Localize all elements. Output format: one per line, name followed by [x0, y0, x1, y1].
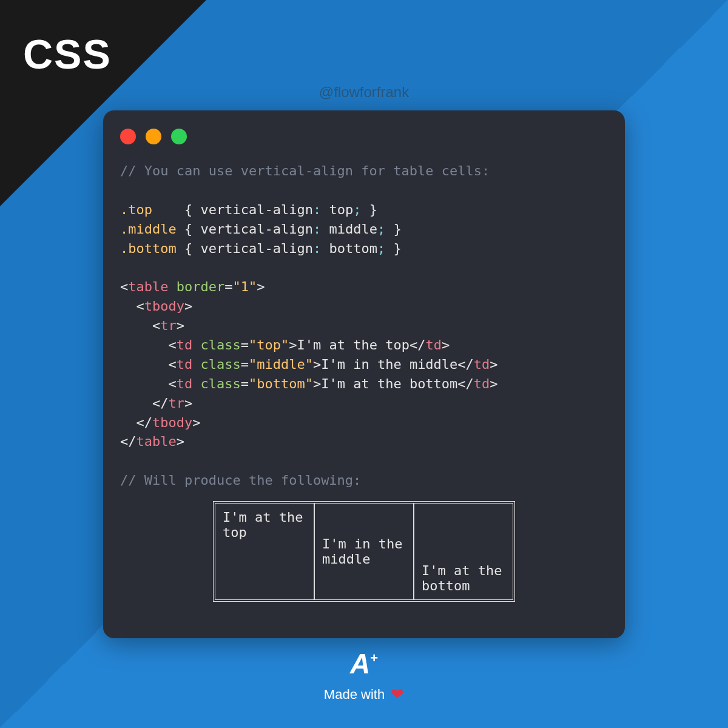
- html-tag: td: [474, 376, 490, 391]
- close-icon: [120, 129, 136, 144]
- logo-letter: A: [350, 647, 369, 680]
- text-content: I'm in the middle: [321, 357, 457, 372]
- html-tag: table: [128, 279, 168, 294]
- window-controls: [120, 129, 608, 144]
- demo-table: I'm at the top I'm in the middle I'm at …: [213, 501, 515, 602]
- code-block: // You can use vertical-align for table …: [120, 161, 608, 490]
- html-tag: tr: [168, 396, 184, 411]
- code-window: // You can use vertical-align for table …: [103, 110, 625, 638]
- html-tag: tbody: [144, 298, 184, 314]
- minimize-icon: [146, 129, 161, 144]
- html-tag: td: [177, 357, 193, 372]
- author-handle: @flowforfrank: [319, 84, 409, 101]
- text-content: I'm at the top: [297, 337, 409, 352]
- text-content: I'm at the bottom: [321, 376, 457, 391]
- attr-value: "bottom": [249, 376, 313, 391]
- html-tag: tbody: [152, 415, 192, 430]
- css-label: CSS: [23, 30, 112, 78]
- table-row: I'm at the top I'm in the middle I'm at …: [215, 503, 513, 600]
- attr-value: "top": [249, 337, 289, 352]
- selector: .top: [120, 202, 152, 217]
- cell-bottom: I'm at the bottom: [414, 503, 513, 600]
- cell-top: I'm at the top: [215, 503, 314, 600]
- logo-plus: +: [370, 650, 378, 666]
- code-comment: // Will produce the following:: [120, 473, 361, 488]
- html-tag: td: [177, 337, 193, 352]
- html-tag: td: [474, 357, 490, 372]
- html-tag: td: [425, 337, 442, 352]
- value: bottom: [329, 241, 377, 256]
- logo: A +: [350, 647, 378, 680]
- property: vertical-align: [200, 221, 312, 237]
- property: vertical-align: [200, 202, 312, 217]
- html-tag: table: [136, 434, 177, 449]
- made-with-text: Made with: [324, 687, 385, 703]
- attr-value: "middle": [249, 357, 313, 372]
- html-attr: class: [200, 337, 240, 352]
- heart-icon: ❤: [391, 685, 404, 704]
- value: middle: [329, 221, 377, 237]
- selector: .middle: [120, 221, 177, 237]
- html-attr: class: [200, 357, 240, 372]
- attr-value: "1": [232, 279, 257, 294]
- html-tag: td: [177, 376, 193, 391]
- html-tag: tr: [160, 318, 177, 333]
- maximize-icon: [171, 129, 187, 144]
- code-comment: // You can use vertical-align for table …: [120, 163, 490, 178]
- selector: .bottom: [120, 241, 177, 256]
- html-attr: class: [200, 376, 240, 391]
- cell-middle: I'm in the middle: [314, 503, 414, 600]
- html-attr: border: [177, 279, 224, 294]
- value: top: [329, 202, 353, 217]
- footer: A + Made with ❤: [324, 647, 404, 704]
- made-with: Made with ❤: [324, 685, 404, 704]
- property: vertical-align: [200, 241, 312, 256]
